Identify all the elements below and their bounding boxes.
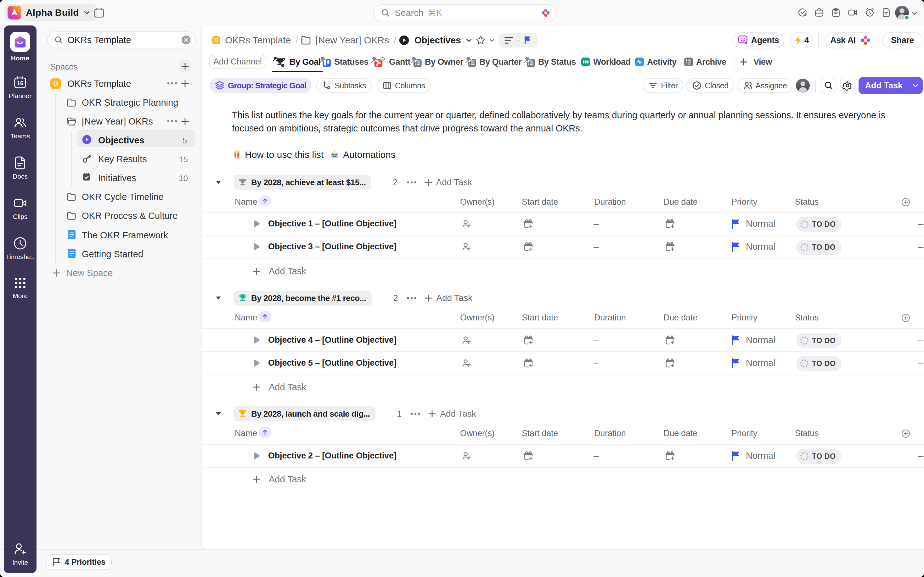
svg-text:16: 16 (17, 80, 23, 87)
